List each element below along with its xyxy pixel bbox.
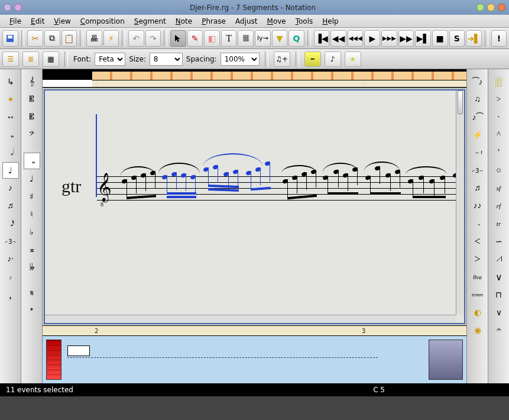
- bottom-ruler[interactable]: 2 3: [43, 325, 466, 336]
- double-sharp-icon[interactable]: 𝄪: [24, 241, 40, 258]
- tie-notes-icon[interactable]: ⁍⁍: [2, 109, 19, 125]
- menu-adjust[interactable]: Adjust: [231, 16, 262, 27]
- rf-icon[interactable]: rf: [491, 198, 507, 214]
- tr-icon[interactable]: tr: [491, 215, 507, 232]
- trash-icon[interactable]: 🗑: [491, 73, 507, 90]
- flat-icon[interactable]: ♭: [24, 224, 40, 240]
- cut-button[interactable]: ✂: [27, 30, 43, 47]
- layout-page-button[interactable]: ▦: [43, 51, 59, 67]
- copy-button[interactable]: ⧉: [44, 30, 60, 47]
- horizontal-scrollbar[interactable]: [45, 315, 456, 323]
- event-list-button[interactable]: Q: [288, 30, 304, 47]
- dotted-icon[interactable]: ♪·: [2, 251, 19, 267]
- note-layer[interactable]: [110, 150, 464, 221]
- spacing-select[interactable]: 100%: [221, 53, 260, 66]
- tenor-clef-icon[interactable]: 𝄡: [24, 109, 40, 125]
- menu-help[interactable]: Help: [317, 16, 343, 27]
- glissando-icon[interactable]: ♪⁀: [469, 109, 486, 125]
- font-select[interactable]: Feta: [95, 53, 125, 66]
- pause-icon[interactable]: 𝄐: [491, 322, 507, 338]
- segment-bar[interactable]: [92, 72, 466, 80]
- select-tool-button[interactable]: [170, 30, 186, 47]
- trill-mark-icon[interactable]: trmm: [469, 286, 486, 303]
- erase-tool-button[interactable]: ◧: [204, 30, 220, 47]
- window-menu-icon[interactable]: [4, 4, 11, 11]
- whole-note-icon[interactable]: 𝅝: [2, 127, 19, 143]
- size-select[interactable]: 8: [150, 53, 183, 66]
- segno-icon[interactable]: 𝄋: [24, 285, 40, 302]
- menu-edit[interactable]: Edit: [26, 16, 49, 27]
- print-preview-button[interactable]: ⚡: [103, 30, 119, 47]
- save-button[interactable]: [2, 30, 18, 47]
- annotations-button[interactable]: ★: [345, 51, 361, 67]
- follow-button[interactable]: ➔▌: [466, 30, 482, 47]
- sharp-icon[interactable]: ♯: [24, 188, 40, 205]
- close-icon[interactable]: [498, 4, 505, 11]
- tuplet-palette-icon[interactable]: ⌐3¬: [469, 162, 486, 179]
- menu-note[interactable]: Note: [171, 16, 197, 27]
- marker-icon[interactable]: ◉: [469, 322, 486, 338]
- lilypond-button[interactable]: ly→: [255, 30, 271, 47]
- highlight-icon[interactable]: ◐: [469, 304, 486, 321]
- ruler-button[interactable]: ━: [304, 51, 321, 67]
- bass-clef-icon[interactable]: 𝄢: [24, 127, 40, 143]
- ruler-scale[interactable]: [92, 80, 466, 87]
- filter-button[interactable]: ▼: [272, 30, 288, 47]
- solo-button[interactable]: S: [449, 30, 465, 47]
- double-flat-icon[interactable]: 𝄫: [24, 259, 40, 276]
- menu-phrase[interactable]: Phrase: [197, 16, 231, 27]
- rest-palette-icon[interactable]: ←𝄽: [469, 144, 486, 161]
- minimize-icon[interactable]: [476, 4, 484, 11]
- crescendo-icon[interactable]: <: [469, 233, 486, 250]
- down-bow-icon[interactable]: ⊓: [491, 286, 507, 303]
- stop-button[interactable]: ■: [432, 30, 448, 47]
- grace-note-icon[interactable]: 𝆔: [2, 269, 19, 285]
- note-entry-quarter-icon[interactable]: ♩: [24, 170, 40, 187]
- eighth-note-icon[interactable]: ♪: [2, 180, 19, 196]
- draw-tool-button[interactable]: ✎: [187, 30, 203, 47]
- turn-icon[interactable]: ∽: [491, 233, 507, 250]
- tremolo-icon[interactable]: 𝅎: [469, 215, 486, 232]
- up-bow-icon[interactable]: ∨: [491, 304, 507, 321]
- fast-rewind-button[interactable]: ◀◀◀: [348, 30, 364, 47]
- maximize-icon[interactable]: [487, 4, 495, 11]
- treble-clef-icon[interactable]: 𝄞: [24, 73, 40, 90]
- sf-icon[interactable]: sf: [491, 180, 507, 196]
- sixteenth-note-icon[interactable]: ♬: [2, 198, 19, 214]
- menu-tools[interactable]: Tools: [291, 16, 318, 27]
- vertical-scrollbar[interactable]: [456, 91, 464, 315]
- panic-button[interactable]: !: [491, 30, 507, 47]
- decrescendo-icon[interactable]: >: [469, 251, 486, 267]
- quarter-note-icon[interactable]: ♩: [2, 162, 19, 179]
- layout-continuous-button[interactable]: ≣: [22, 51, 39, 67]
- paste-button[interactable]: 📋: [61, 30, 77, 47]
- top-ruler[interactable]: 2 3: [43, 69, 466, 88]
- rest-insert-icon[interactable]: ✦: [2, 91, 19, 108]
- track-clip[interactable]: [67, 345, 90, 356]
- text-tool-button[interactable]: T: [221, 30, 237, 47]
- tie-icon[interactable]: ⁀♪: [469, 73, 486, 90]
- inv-mordent-icon[interactable]: ∨: [491, 269, 507, 285]
- menu-segment[interactable]: Segment: [129, 16, 171, 27]
- layout-linear-button[interactable]: ☰: [2, 51, 19, 67]
- fast-forward-button[interactable]: ▶▶▶: [381, 30, 397, 47]
- alto-clef-icon[interactable]: 𝄡: [24, 91, 40, 108]
- marcato-icon[interactable]: ^: [491, 127, 507, 143]
- staccato-icon[interactable]: ·: [491, 109, 507, 125]
- menu-composition[interactable]: Composition: [76, 16, 129, 27]
- print-button[interactable]: 🖶: [86, 30, 102, 47]
- ornament-icon[interactable]: ♪♪: [469, 198, 486, 214]
- tenuto-icon[interactable]: ‛: [491, 144, 507, 161]
- redo-button[interactable]: ↷: [145, 30, 161, 47]
- menu-view[interactable]: View: [49, 16, 75, 27]
- whole-mark-icon[interactable]: ○: [491, 162, 507, 179]
- rewind-button[interactable]: ◀◀: [330, 30, 346, 47]
- guitar-chord-button[interactable]: [238, 30, 254, 47]
- note-entry-whole-icon[interactable]: 𝅝: [24, 153, 40, 169]
- add-track-button[interactable]: ♫+: [274, 51, 290, 67]
- window-sticky-icon[interactable]: [14, 4, 22, 11]
- coda-icon[interactable]: 𝄌: [24, 303, 40, 319]
- slur-icon[interactable]: ♫: [469, 91, 486, 108]
- menu-file[interactable]: File: [5, 16, 26, 27]
- raw-note-button[interactable]: ♪: [325, 51, 341, 67]
